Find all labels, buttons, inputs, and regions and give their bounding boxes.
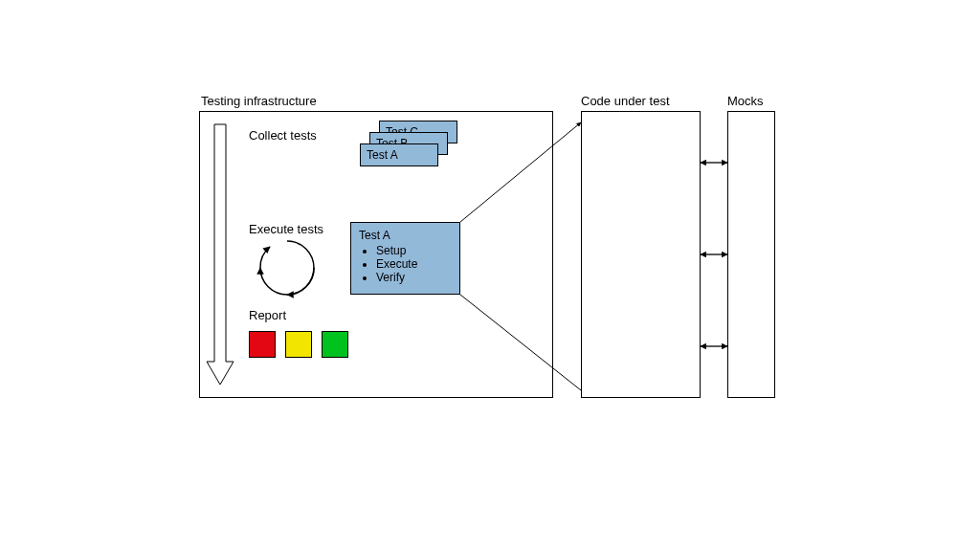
label-mocks: Mocks [727,94,764,108]
detail-step-setup: Setup [376,244,452,257]
label-report: Report [249,308,286,322]
label-execute-tests: Execute tests [249,222,323,236]
label-testing-infrastructure: Testing infrastructure [201,94,317,108]
detail-title: Test A [359,229,452,242]
box-code-under-test [581,111,701,398]
label-collect-tests: Collect tests [249,128,317,143]
card-test-a: Test A [360,143,438,166]
detail-step-verify: Verify [376,271,452,284]
label-code-under-test: Code under test [581,94,670,108]
code-mock-connectors [701,163,727,346]
box-mocks [727,111,775,398]
swatch-green [322,331,348,358]
diagram-canvas: { "labels": { "testing_infra": "Testing … [0,0,980,551]
detail-step-execute: Execute [376,257,452,271]
swatch-red [249,331,276,358]
swatch-yellow [285,331,312,358]
card-test-a-detail: Test A Setup Execute Verify [350,222,460,295]
